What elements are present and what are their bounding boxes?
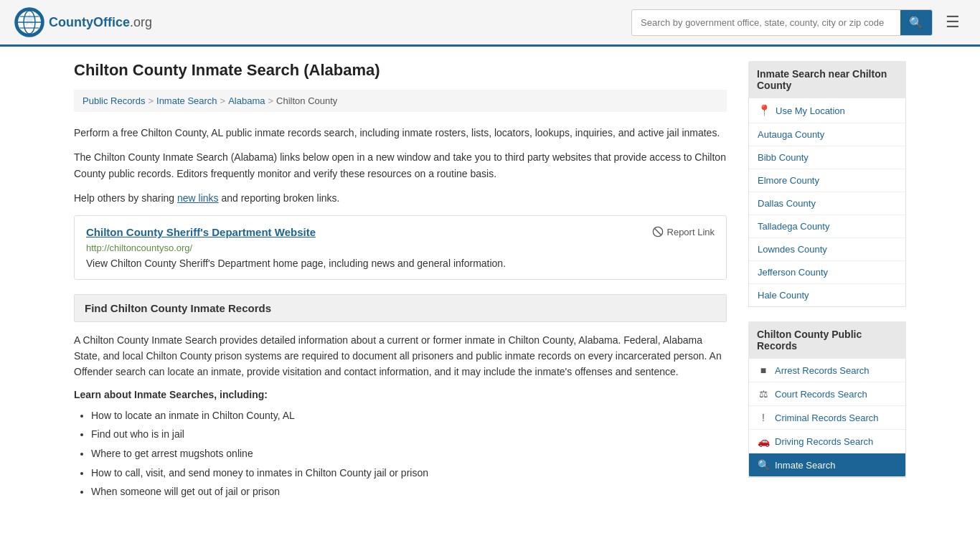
county-link[interactable]: Lowndes County: [758, 244, 827, 255]
county-link[interactable]: Dallas County: [758, 198, 816, 209]
learn-bold: Learn about Inmate Searches, including:: [74, 389, 727, 400]
county-link[interactable]: Hale County: [758, 290, 809, 301]
report-icon: [652, 226, 664, 237]
list-item: Where to get arrest mugshots online: [91, 444, 727, 463]
site-header: CountyOffice.org 🔍 ☰: [0, 0, 980, 47]
link-card-title[interactable]: Chilton County Sheriff's Department Webs…: [86, 226, 316, 238]
sidebar-county-item: Lowndes County: [749, 238, 905, 261]
sidebar-public-records-title: Chilton County Public Records: [748, 321, 906, 359]
sidebar-records-item: ■Arrest Records Search: [749, 359, 905, 382]
records-icon: !: [758, 412, 769, 423]
sidebar-county-item: Elmore County: [749, 169, 905, 192]
intro-p3-prefix: Help others by sharing: [74, 192, 177, 204]
records-link[interactable]: Driving Records Search: [775, 436, 873, 447]
breadcrumb-current: Chilton County: [276, 95, 337, 106]
records-link[interactable]: Court Records Search: [775, 389, 867, 400]
logo-icon: [14, 7, 44, 37]
report-label: Report Link: [667, 227, 715, 237]
logo-text: CountyOffice.org: [49, 15, 152, 30]
content-area: Chilton County Inmate Search (Alabama) P…: [74, 61, 727, 501]
link-card-url: http://chiltoncountyso.org/: [86, 242, 715, 253]
sidebar-records-item: 🚗Driving Records Search: [749, 430, 905, 453]
link-card: Chilton County Sheriff's Department Webs…: [74, 215, 727, 280]
sidebar-nearby-title: Inmate Search near Chilton County: [748, 61, 906, 98]
intro-p3-suffix: and reporting broken links.: [219, 192, 340, 204]
intro-paragraph-3: Help others by sharing new links and rep…: [74, 190, 727, 206]
county-link[interactable]: Talladega County: [758, 221, 829, 232]
list-item: When someone will get out of jail or pri…: [91, 482, 727, 501]
county-link[interactable]: Bibb County: [758, 152, 809, 163]
new-links-link[interactable]: new links: [177, 192, 219, 204]
intro-paragraph-2: The Chilton County Inmate Search (Alabam…: [74, 149, 727, 182]
sidebar-records-item: !Criminal Records Search: [749, 406, 905, 430]
breadcrumb-alabama[interactable]: Alabama: [228, 95, 265, 106]
records-icon: 🚗: [758, 435, 769, 447]
records-icon: ⚖: [758, 388, 769, 400]
breadcrumb-sep-3: >: [268, 95, 273, 106]
sidebar-county-item: Autauga County: [749, 123, 905, 146]
list-item: How to locate an inmate in Chilton Count…: [91, 406, 727, 425]
section-box: Find Chilton County Inmate Records: [74, 294, 727, 322]
breadcrumb-public-records[interactable]: Public Records: [83, 95, 145, 106]
sidebar-use-location[interactable]: 📍 Use My Location: [749, 98, 905, 123]
sidebar-county-item: Hale County: [749, 284, 905, 306]
records-link[interactable]: Arrest Records Search: [775, 365, 870, 376]
breadcrumb-inmate-search[interactable]: Inmate Search: [156, 95, 217, 106]
sidebar-records-item: 🔍Inmate Search: [749, 453, 905, 477]
use-location-link[interactable]: Use My Location: [776, 105, 845, 116]
learn-intro: A Chilton County Inmate Search provides …: [74, 332, 727, 380]
location-pin-icon: 📍: [758, 104, 771, 117]
records-icon: ■: [758, 364, 769, 376]
learn-list: How to locate an inmate in Chilton Count…: [74, 406, 727, 501]
section-box-title: Find Chilton County Inmate Records: [85, 302, 271, 314]
sidebar-nearby-list: 📍 Use My Location Autauga CountyBibb Cou…: [748, 98, 906, 307]
breadcrumb-sep-2: >: [220, 95, 226, 106]
sidebar-county-item: Jefferson County: [749, 261, 905, 284]
main-container: Chilton County Inmate Search (Alabama) P…: [60, 47, 920, 516]
county-link[interactable]: Elmore County: [758, 175, 819, 186]
intro-paragraph-1: Perform a free Chilton County, AL public…: [74, 125, 727, 141]
hamburger-button[interactable]: ☰: [940, 10, 966, 34]
list-item: Find out who is in jail: [91, 425, 727, 444]
page-title: Chilton County Inmate Search (Alabama): [74, 61, 727, 80]
link-card-header: Chilton County Sheriff's Department Webs…: [86, 226, 715, 238]
records-link[interactable]: Criminal Records Search: [775, 413, 879, 423]
sidebar: Inmate Search near Chilton County 📍 Use …: [748, 61, 906, 501]
records-icon: 🔍: [758, 459, 769, 471]
logo-area: CountyOffice.org: [14, 7, 152, 37]
list-item: How to call, visit, and send money to in…: [91, 463, 727, 483]
county-link[interactable]: Autauga County: [758, 129, 824, 140]
sidebar-county-item: Bibb County: [749, 146, 905, 169]
link-card-desc: View Chilton County Sheriff's Department…: [86, 258, 715, 269]
breadcrumb-sep-1: >: [148, 95, 154, 106]
search-input[interactable]: [632, 11, 900, 34]
sidebar-county-item: Talladega County: [749, 215, 905, 238]
report-link[interactable]: Report Link: [652, 226, 715, 237]
sidebar-public-records-list: ■Arrest Records Search⚖Court Records Sea…: [748, 359, 906, 478]
header-right: 🔍 ☰: [631, 9, 966, 36]
county-link[interactable]: Jefferson County: [758, 267, 828, 278]
sidebar-county-item: Dallas County: [749, 192, 905, 215]
svg-line-9: [654, 228, 661, 235]
search-button[interactable]: 🔍: [900, 10, 932, 35]
sidebar-records-item: ⚖Court Records Search: [749, 382, 905, 406]
breadcrumb: Public Records > Inmate Search > Alabama…: [74, 90, 727, 112]
records-link[interactable]: Inmate Search: [775, 460, 836, 471]
search-bar: 🔍: [631, 9, 933, 36]
